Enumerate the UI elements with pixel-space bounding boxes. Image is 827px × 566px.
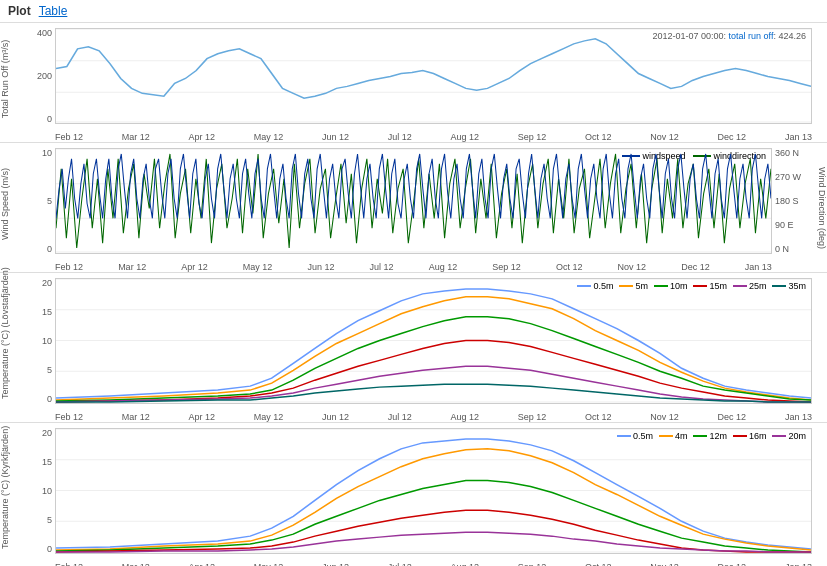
page-header: Plot Table (0, 0, 827, 22)
chart3-x-axis: Feb 12 Mar 12 Apr 12 May 12 Jun 12 Jul 1… (55, 412, 812, 422)
chart-wind: 10 5 0 windspeed winddirection (0, 142, 827, 272)
chart3-ylabel: Temperature (°C) (Lövstafjärden) (0, 273, 10, 404)
chart2-ylabel-right: Wind Direction (deg) (817, 166, 827, 248)
chart4-svg (56, 429, 811, 553)
chart2-x-axis: Feb 12 Mar 12 Apr 12 May 12 Jun 12 Jul 1… (55, 262, 772, 272)
plot-tab[interactable]: Plot (8, 4, 31, 18)
chart3-area: 0.5m 5m 10m 15m 25m 35m (55, 278, 812, 404)
chart1-svg (56, 29, 811, 123)
chart4-x-axis: Feb 12 Mar 12 Apr 12 May 12 Jun 12 Jul 1… (55, 562, 812, 566)
chart4-ylabel: Temperature (°C) (Kyrkfjärden) (0, 423, 10, 554)
chart-temp-kyr: 20 15 10 5 0 0.5m 4m 12m 16m 20m (0, 422, 827, 566)
chart1-ylabel: Total Run Off (m³/s) (0, 23, 10, 124)
chart1-x-axis: Feb 12 Mar 12 Apr 12 May 12 Jun 12 Jul 1… (55, 132, 812, 142)
chart2-svg (56, 149, 771, 253)
chart-runoff: 400 200 0 2012-01-07 00:00: total run of… (0, 22, 827, 142)
chart-temp-lov: 20 15 10 5 0 0.5m 5m 10m 15m 25m 35m (0, 272, 827, 422)
chart1-area: 2012-01-07 00:00: total run off: 424.26 (55, 28, 812, 124)
chart2-ylabel: Wind Speed (m/s) (0, 143, 10, 254)
chart4-area: 0.5m 4m 12m 16m 20m (55, 428, 812, 554)
chart3-svg (56, 279, 811, 403)
table-tab[interactable]: Table (39, 4, 68, 18)
chart2-area: windspeed winddirection (55, 148, 772, 254)
